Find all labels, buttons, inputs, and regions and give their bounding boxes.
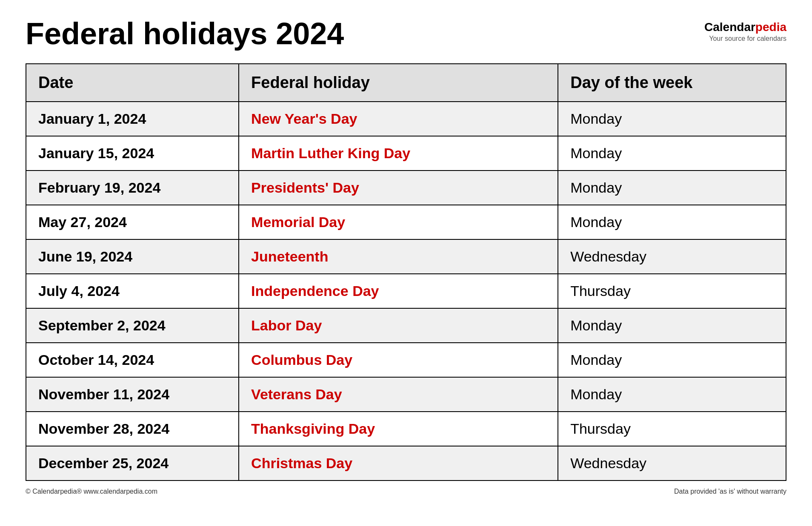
cell-date: January 1, 2024	[26, 102, 239, 136]
table-row: September 2, 2024Labor DayMonday	[26, 308, 786, 343]
cell-holiday: Thanksgiving Day	[239, 412, 558, 446]
cell-date: November 28, 2024	[26, 412, 239, 446]
cell-holiday: Juneteenth	[239, 239, 558, 274]
table-row: June 19, 2024JuneteenthWednesday	[26, 239, 786, 274]
cell-day: Monday	[558, 171, 786, 205]
table-row: October 14, 2024Columbus DayMonday	[26, 343, 786, 377]
table-row: January 15, 2024Martin Luther King DayMo…	[26, 136, 786, 171]
cell-day: Thursday	[558, 412, 786, 446]
logo-name: Calendar	[704, 20, 755, 34]
cell-day: Wednesday	[558, 239, 786, 274]
cell-holiday: Independence Day	[239, 274, 558, 308]
table-row: November 11, 2024Veterans DayMonday	[26, 377, 786, 412]
cell-holiday: Christmas Day	[239, 446, 558, 481]
cell-holiday: Memorial Day	[239, 205, 558, 239]
cell-day: Monday	[558, 377, 786, 412]
cell-date: November 11, 2024	[26, 377, 239, 412]
cell-day: Monday	[558, 308, 786, 343]
table-row: July 4, 2024Independence DayThursday	[26, 274, 786, 308]
col-day: Day of the week	[558, 64, 786, 102]
cell-holiday: New Year's Day	[239, 102, 558, 136]
cell-date: October 14, 2024	[26, 343, 239, 377]
footer-left: © Calendarpedia® www.calendarpedia.com	[26, 488, 157, 495]
cell-date: September 2, 2024	[26, 308, 239, 343]
table-row: January 1, 2024New Year's DayMonday	[26, 102, 786, 136]
cell-holiday: Martin Luther King Day	[239, 136, 558, 171]
cell-date: December 25, 2024	[26, 446, 239, 481]
table-header: Date Federal holiday Day of the week	[26, 64, 786, 102]
logo-area: Calendarpedia Your source for calendars	[704, 17, 786, 43]
col-date: Date	[26, 64, 239, 102]
cell-holiday: Labor Day	[239, 308, 558, 343]
cell-day: Wednesday	[558, 446, 786, 481]
footer: © Calendarpedia® www.calendarpedia.com D…	[26, 488, 786, 495]
cell-date: January 15, 2024	[26, 136, 239, 171]
cell-holiday: Columbus Day	[239, 343, 558, 377]
logo-tagline: Your source for calendars	[709, 35, 786, 43]
holidays-table: Date Federal holiday Day of the week Jan…	[26, 63, 786, 481]
table-row: February 19, 2024Presidents' DayMonday	[26, 171, 786, 205]
table-row: November 28, 2024Thanksgiving DayThursda…	[26, 412, 786, 446]
logo-accent: pedia	[755, 20, 786, 34]
table-body: January 1, 2024New Year's DayMondayJanua…	[26, 102, 786, 481]
header-row: Date Federal holiday Day of the week	[26, 64, 786, 102]
cell-date: May 27, 2024	[26, 205, 239, 239]
cell-holiday: Veterans Day	[239, 377, 558, 412]
cell-date: July 4, 2024	[26, 274, 239, 308]
cell-day: Monday	[558, 136, 786, 171]
table-row: May 27, 2024Memorial DayMonday	[26, 205, 786, 239]
cell-day: Monday	[558, 102, 786, 136]
cell-day: Monday	[558, 205, 786, 239]
col-holiday: Federal holiday	[239, 64, 558, 102]
cell-day: Monday	[558, 343, 786, 377]
cell-date: February 19, 2024	[26, 171, 239, 205]
cell-day: Thursday	[558, 274, 786, 308]
cell-date: June 19, 2024	[26, 239, 239, 274]
page-header: Federal holidays 2024 Calendarpedia Your…	[26, 17, 786, 51]
footer-right: Data provided 'as is' without warranty	[674, 488, 786, 495]
page-title: Federal holidays 2024	[26, 17, 344, 51]
table-row: December 25, 2024Christmas DayWednesday	[26, 446, 786, 481]
cell-holiday: Presidents' Day	[239, 171, 558, 205]
logo-text: Calendarpedia	[704, 20, 786, 34]
